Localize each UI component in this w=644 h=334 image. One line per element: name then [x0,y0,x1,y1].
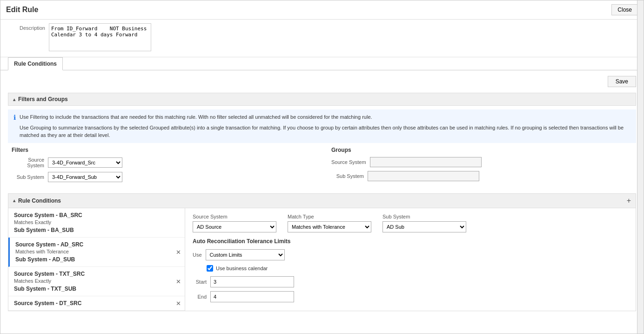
use-select[interactable]: Custom Limits [206,249,285,260]
conditions-list: Source System - BA_SRC Matches Exactly S… [8,208,185,311]
save-row: Save [8,76,636,87]
detail-match-select[interactable]: Matches with Tolerance [288,221,371,232]
remove-txt-button[interactable]: ✕ [176,278,181,284]
detail-match-field: Match Type Matches with Tolerance [288,214,371,232]
main-container: Edit Rule Close Description From ID_Forw… [0,0,644,334]
condition-item-dt[interactable]: Source System - DT_SRC ✕ [8,296,185,311]
ci-ad-sub: Sub System - AD_SUB [15,256,179,263]
start-label: Start [193,279,207,285]
info-box: ℹ Use Filtering to include the transacti… [8,109,636,143]
save-button[interactable]: Save [608,76,636,87]
rc-header-left: ▴ Rule Conditions [13,198,61,204]
groups-sub-label: Sub System [331,173,364,179]
ci-dt-source: Source System - DT_SRC [14,300,179,307]
filters-groups-row: Filters SourceSystem 3-4D_Forward_Src Su… [8,147,636,186]
business-calendar-row: Use business calendar [207,265,628,272]
triangle-icon: ▴ [13,97,15,102]
ci-ad-source: Source System - AD_SRC [15,241,179,248]
sub-system-label: Sub System [12,174,44,180]
ci-txt-sub: Sub System - TXT_SUB [14,286,179,292]
groups-sub-row: Sub System [331,171,632,181]
description-textarea[interactable]: From ID_Forward NOT Business Calendar 3 … [49,23,151,51]
rc-triangle-icon: ▴ [13,198,15,203]
conditions-detail: Source System AD Source Match Type Match… [185,208,636,311]
source-system-select[interactable]: 3-4D_Forward_Src [48,157,122,168]
rule-conditions-section: ▴ Rule Conditions + Source System - BA_S… [8,193,636,311]
rc-title: Rule Conditions [18,198,61,204]
detail-source-select[interactable]: AD Source [193,221,276,232]
groups-sub-input [368,171,479,181]
description-label: Description [8,23,45,31]
description-section: Description From ID_Forward NOT Business… [0,20,644,57]
end-label: End [193,294,207,300]
groups-col: Groups Source System Sub System [331,147,632,186]
filters-groups-title: Filters and Groups [18,96,68,102]
close-button[interactable]: Close [611,4,638,15]
rc-header: ▴ Rule Conditions + [8,193,636,208]
use-row: Use Custom Limits [193,249,628,260]
start-end-row: Start End [193,276,628,302]
business-calendar-label: Use business calendar [216,266,268,271]
groups-source-label: Source System [331,159,366,165]
description-row: Description From ID_Forward NOT Business… [8,23,636,51]
ci-txt-match: Matches Exactly [14,278,179,284]
remove-ad-button[interactable]: ✕ [176,249,181,255]
detail-sub-label: Sub System [382,214,466,219]
detail-row-1: Source System AD Source Match Type Match… [193,214,628,232]
sub-system-row: Sub System 3-4D_Forward_Sub [12,172,313,182]
sub-system-select[interactable]: 3-4D_Forward_Sub [48,172,122,182]
tab-rule-conditions[interactable]: Rule Conditions [8,57,63,70]
tabs-bar: Rule Conditions [0,57,644,70]
condition-item-txt[interactable]: Source System - TXT_SRC Matches Exactly … [8,267,185,296]
scrollable-content: Description From ID_Forward NOT Business… [0,20,644,327]
filters-groups-header: ▴ Filters and Groups [8,93,636,106]
groups-label: Groups [331,147,632,153]
ci-txt-source: Source System - TXT_SRC [14,271,179,277]
use-label: Use [193,252,202,258]
add-condition-button[interactable]: + [627,197,631,205]
start-row: Start [193,276,628,287]
source-system-label: SourceSystem [12,157,44,168]
conditions-body: Source System - BA_SRC Matches Exactly S… [8,208,636,311]
detail-sub-select[interactable]: AD Sub [382,221,466,232]
info-line1: Use Filtering to include the transaction… [20,113,631,121]
ci-ad-match: Matches with Tolerance [15,249,179,254]
content-area: Save ▴ Filters and Groups ℹ Use Filterin… [0,70,644,317]
end-row: End [193,291,628,302]
detail-match-label: Match Type [288,214,371,219]
page-title: Edit Rule [6,6,38,14]
info-line2: Use Grouping to summarize transactions b… [20,124,631,139]
source-system-row: SourceSystem 3-4D_Forward_Src [12,157,313,168]
scrollbar[interactable] [637,0,644,334]
ci-ba-source: Source System - BA_SRC [14,212,179,218]
ci-ba-sub: Sub System - BA_SUB [14,227,179,233]
start-input[interactable] [210,276,294,287]
header: Edit Rule Close [0,0,644,20]
detail-source-field: Source System AD Source [193,214,276,232]
tolerance-title: Auto Reconciliation Tolerance Limits [193,238,628,245]
info-text-block: Use Filtering to include the transaction… [20,113,631,139]
remove-dt-button[interactable]: ✕ [176,300,181,306]
condition-item-ad[interactable]: Source System - AD_SRC Matches with Tole… [8,238,185,267]
groups-source-input [370,157,482,167]
groups-source-row: Source System [331,157,632,167]
business-calendar-checkbox[interactable] [207,265,213,272]
tolerance-section: Auto Reconciliation Tolerance Limits Use… [193,238,628,302]
end-input[interactable] [210,291,294,302]
ci-ba-match: Matches Exactly [14,219,179,225]
detail-source-label: Source System [193,214,276,219]
detail-sub-field: Sub System AD Sub [382,214,466,232]
info-icon: ℹ [13,114,16,121]
filters-label: Filters [12,147,313,153]
condition-item-ba[interactable]: Source System - BA_SRC Matches Exactly S… [8,208,185,238]
filters-col: Filters SourceSystem 3-4D_Forward_Src Su… [12,147,313,186]
